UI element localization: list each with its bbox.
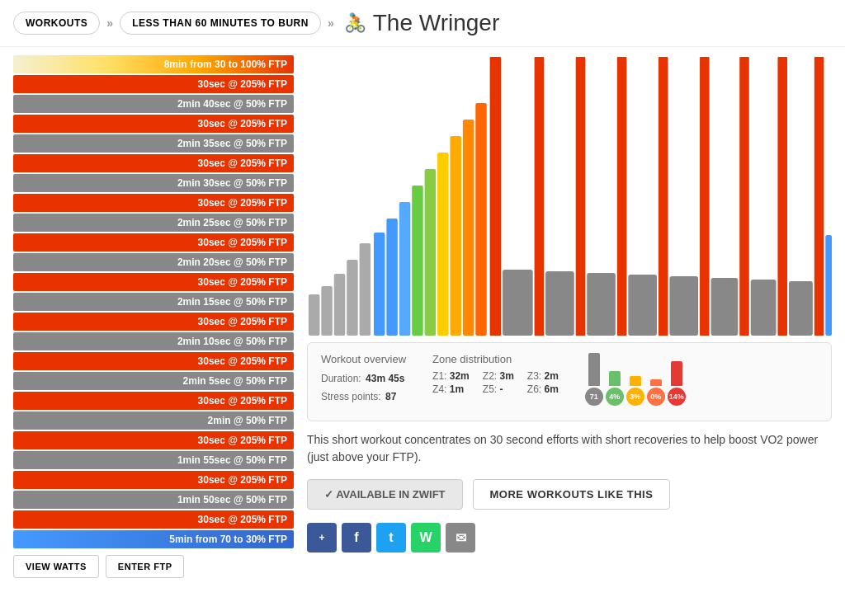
svg-rect-23 <box>669 276 698 336</box>
overview-box: Workout overview Duration: 43m 45s Stres… <box>307 342 832 421</box>
svg-rect-5 <box>374 233 385 336</box>
svg-rect-9 <box>425 169 436 336</box>
chart-svg <box>307 55 832 336</box>
workout-item: 30sec @ 205% FTP <box>13 154 294 172</box>
workout-item: 30sec @ 205% FTP <box>13 194 294 212</box>
svg-rect-21 <box>628 275 657 336</box>
main-content: 8min from 30 to 100% FTP30sec @ 205% FTP… <box>0 47 845 586</box>
action-row: ✓ AVAILABLE IN ZWIFT MORE WORKOUTS LIKE … <box>307 479 832 510</box>
workout-item: 8min from 30 to 100% FTP <box>13 55 294 73</box>
svg-rect-26 <box>739 57 749 336</box>
zones-title: Zone distribution <box>432 353 559 365</box>
svg-rect-0 <box>309 294 319 336</box>
workout-item: 2min 10sec @ 50% FTP <box>13 332 294 350</box>
svg-rect-2 <box>334 274 345 336</box>
svg-rect-1 <box>321 286 332 336</box>
svg-rect-11 <box>450 136 460 336</box>
category-breadcrumb[interactable]: LESS THAN 60 MINUTES TO BURN <box>120 12 321 35</box>
enter-ftp-button[interactable]: ENTER FTP <box>106 555 185 578</box>
svg-rect-10 <box>437 153 448 336</box>
more-workouts-button[interactable]: MORE WORKOUTS LIKE THIS <box>473 479 671 510</box>
workout-item: 2min 35sec @ 50% FTP <box>13 134 294 153</box>
workout-item: 30sec @ 205% FTP <box>13 75 294 93</box>
workout-item: 30sec @ 205% FTP <box>13 431 294 449</box>
zone-grid: Z1: 32mZ2: 3mZ3: 2mZ4: 1mZ5: -Z6: 6m <box>432 370 559 395</box>
workout-item: 30sec @ 205% FTP <box>13 313 294 331</box>
workout-list: 8min from 30 to 100% FTP30sec @ 205% FTP… <box>13 55 294 578</box>
svg-rect-29 <box>789 281 813 336</box>
workout-item: 2min 5sec @ 50% FTP <box>13 372 294 390</box>
page-title: The Wringer <box>373 10 500 36</box>
duration-row: Duration: 43m 45s <box>321 370 406 388</box>
zone-item: Z2: 3m <box>483 370 514 382</box>
description: This short workout concentrates on 30 se… <box>307 431 832 466</box>
svg-rect-27 <box>751 280 777 336</box>
svg-rect-4 <box>360 243 371 336</box>
workout-item: 2min 30sec @ 50% FTP <box>13 174 294 192</box>
workout-item: 2min 15sec @ 50% FTP <box>13 293 294 311</box>
svg-rect-19 <box>587 273 616 336</box>
workout-item: 2min 40sec @ 50% FTP <box>13 95 294 113</box>
zone-item: Z6: 6m <box>527 383 559 395</box>
facebook-button[interactable]: f <box>342 523 371 553</box>
workout-item: 1min 55sec @ 50% FTP <box>13 451 294 469</box>
duration-value: 43m 45s <box>366 373 404 384</box>
stress-value: 87 <box>385 391 396 402</box>
workout-item: 1min 50sec @ 50% FTP <box>13 491 294 509</box>
workout-item: 30sec @ 205% FTP <box>13 510 294 529</box>
zone-item: Z3: 2m <box>527 370 559 382</box>
overview-title: Workout overview <box>321 353 406 365</box>
svg-rect-3 <box>347 260 357 336</box>
header: WORKOUTS » LESS THAN 60 MINUTES TO BURN … <box>0 0 845 47</box>
social-row: + f t W ✉ <box>307 523 832 553</box>
share-button[interactable]: + <box>307 523 337 553</box>
svg-rect-24 <box>700 57 710 336</box>
workout-item: 2min @ 50% FTP <box>13 411 294 430</box>
svg-rect-16 <box>535 57 545 336</box>
email-button[interactable]: ✉ <box>446 523 475 553</box>
svg-rect-8 <box>412 186 422 336</box>
right-column: Workout overview Duration: 43m 45s Stres… <box>307 55 832 578</box>
arrow-icon-2: » <box>328 16 334 30</box>
workout-item: 30sec @ 205% FTP <box>13 115 294 133</box>
workout-item: 2min 25sec @ 50% FTP <box>13 214 294 232</box>
svg-rect-12 <box>463 120 474 336</box>
zwift-button[interactable]: ✓ AVAILABLE IN ZWIFT <box>307 479 463 510</box>
workout-chart <box>307 55 832 336</box>
stress-row: Stress points: 87 <box>321 388 406 407</box>
stress-label: Stress points: <box>321 391 381 402</box>
workout-item: 30sec @ 205% FTP <box>13 233 294 252</box>
svg-rect-14 <box>490 57 501 336</box>
duration-label: Duration: <box>321 373 361 384</box>
zone-item: Z4: 1m <box>432 383 470 395</box>
workout-item: 30sec @ 205% FTP <box>13 352 294 370</box>
svg-rect-6 <box>386 219 397 336</box>
whatsapp-button[interactable]: W <box>411 523 441 553</box>
svg-rect-18 <box>576 57 586 336</box>
svg-rect-15 <box>503 270 533 336</box>
workout-item: 30sec @ 205% FTP <box>13 273 294 291</box>
workouts-breadcrumb[interactable]: WORKOUTS <box>13 12 100 35</box>
workout-item: 30sec @ 205% FTP <box>13 392 294 410</box>
zone-item: Z1: 32m <box>432 370 470 382</box>
workout-item: 30sec @ 205% FTP <box>13 471 294 489</box>
bike-icon: 🚴 <box>344 12 366 34</box>
svg-rect-28 <box>777 57 787 336</box>
arrow-icon: » <box>106 16 113 30</box>
workout-item: 5min from 70 to 30% FTP <box>13 530 294 548</box>
twitter-button[interactable]: t <box>376 523 406 553</box>
svg-rect-31 <box>825 235 832 336</box>
view-watts-button[interactable]: VIEW WATTS <box>13 555 99 578</box>
zone-visual: 71 4% 3% 0% <box>585 353 686 411</box>
svg-rect-13 <box>475 103 486 336</box>
svg-rect-7 <box>399 202 410 336</box>
workout-item: 2min 20sec @ 50% FTP <box>13 253 294 271</box>
svg-rect-22 <box>659 57 668 336</box>
svg-rect-20 <box>617 57 627 336</box>
zone-item: Z5: - <box>483 383 514 395</box>
overview-section: Workout overview Duration: 43m 45s Stres… <box>321 353 406 406</box>
svg-rect-25 <box>711 278 739 336</box>
title-area: 🚴 The Wringer <box>344 10 500 36</box>
zone-distribution: Zone distribution Z1: 32mZ2: 3mZ3: 2mZ4:… <box>432 353 559 395</box>
svg-rect-30 <box>814 57 824 336</box>
